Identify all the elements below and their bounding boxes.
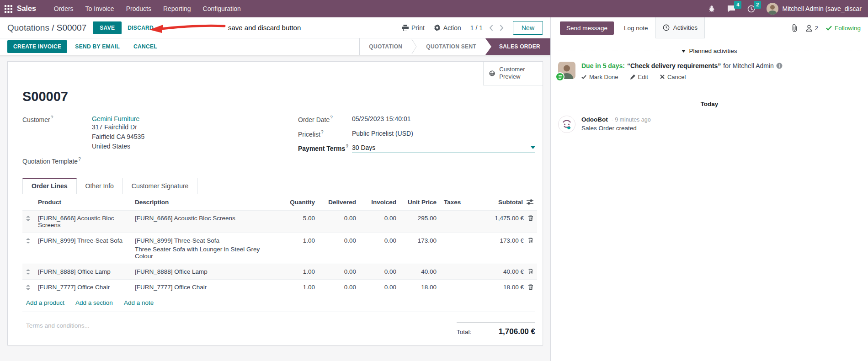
user-avatar[interactable] bbox=[767, 3, 778, 15]
order-line-row[interactable]: [FURN_6666] Acoustic Bloc Screens [FURN_… bbox=[22, 210, 537, 233]
status-quotation[interactable]: QUOTATION bbox=[360, 38, 411, 55]
nav-menu-reporting[interactable]: Reporting bbox=[157, 0, 197, 17]
cell-product[interactable]: [FURN_7777] Office Chair bbox=[34, 279, 131, 295]
cell-unit-price[interactable]: 40.00 bbox=[400, 264, 440, 279]
info-icon[interactable] bbox=[776, 63, 783, 69]
cell-description[interactable]: [FURN_8999] Three-Seat Sofa Three Seater… bbox=[131, 233, 282, 264]
col-delivered[interactable]: Delivered bbox=[319, 194, 360, 211]
cancel-button[interactable]: CANCEL bbox=[128, 40, 163, 53]
nav-menu-orders[interactable]: Orders bbox=[48, 0, 80, 17]
customer-preview-button[interactable]: Customer Preview bbox=[483, 62, 543, 85]
order-date-value[interactable]: 05/25/2023 15:40:01 bbox=[352, 115, 410, 123]
nav-menu-to-invoice[interactable]: To Invoice bbox=[80, 0, 120, 17]
cell-product[interactable]: [FURN_6666] Acoustic Bloc Screens bbox=[34, 210, 131, 233]
planned-activities-toggle[interactable]: Planned activities bbox=[682, 48, 737, 54]
tab-order-lines[interactable]: Order Lines bbox=[22, 178, 77, 194]
cell-invoiced[interactable]: 0.00 bbox=[360, 233, 400, 264]
cell-description[interactable]: [FURN_7777] Office Chair bbox=[131, 279, 282, 295]
cell-description[interactable]: [FURN_8888] Office Lamp bbox=[131, 264, 282, 279]
edit-activity-button[interactable]: Edit bbox=[630, 74, 648, 80]
nav-menu-products[interactable]: Products bbox=[120, 0, 157, 17]
cell-quantity[interactable]: 1.00 bbox=[282, 264, 319, 279]
add-product-link[interactable]: Add a product bbox=[26, 299, 64, 306]
cell-taxes[interactable] bbox=[440, 210, 470, 233]
cell-unit-price[interactable]: 295.00 bbox=[400, 210, 440, 233]
tab-customer-signature[interactable]: Customer Signature bbox=[123, 178, 198, 194]
status-quotation-sent[interactable]: QUOTATION SENT bbox=[417, 38, 485, 55]
col-quantity[interactable]: Quantity bbox=[282, 194, 319, 211]
apps-grid-icon[interactable] bbox=[5, 5, 12, 13]
cell-product[interactable]: [FURN_8888] Office Lamp bbox=[34, 264, 131, 279]
terms-and-conditions-field[interactable]: Terms and conditions... bbox=[26, 322, 90, 336]
pager-next-icon[interactable] bbox=[500, 25, 504, 31]
nav-menu-configuration[interactable]: Configuration bbox=[197, 0, 247, 17]
activities-button[interactable]: Activities bbox=[655, 17, 705, 38]
cell-invoiced[interactable]: 0.00 bbox=[360, 210, 400, 233]
messages-icon[interactable]: 4 bbox=[727, 5, 735, 12]
delete-line-icon[interactable] bbox=[528, 237, 533, 244]
cell-quantity[interactable]: 1.00 bbox=[282, 279, 319, 295]
delete-line-icon[interactable] bbox=[528, 284, 533, 290]
activities-clock-icon[interactable]: 2 bbox=[747, 5, 755, 13]
drag-handle-icon[interactable] bbox=[22, 264, 34, 279]
debug-icon[interactable] bbox=[708, 5, 715, 12]
following-button[interactable]: Following bbox=[826, 25, 861, 32]
cell-delivered[interactable]: 0.00 bbox=[319, 210, 360, 233]
cancel-activity-button[interactable]: Cancel bbox=[660, 74, 686, 80]
order-line-row[interactable]: [FURN_8999] Three-Seat Sofa [FURN_8999] … bbox=[22, 233, 537, 264]
col-subtotal[interactable]: Subtotal bbox=[470, 194, 537, 211]
cell-delivered[interactable]: 0.00 bbox=[319, 279, 360, 295]
print-button[interactable]: Print bbox=[402, 24, 425, 32]
col-product[interactable]: Product bbox=[34, 194, 131, 211]
log-note-button[interactable]: Log note bbox=[620, 21, 652, 35]
cell-quantity[interactable]: 1.00 bbox=[282, 233, 319, 264]
customer-name-link[interactable]: Gemini Furniture bbox=[92, 115, 144, 122]
drag-handle-icon[interactable] bbox=[22, 279, 34, 295]
breadcrumb-quotations[interactable]: Quotations bbox=[7, 23, 49, 32]
attach-files-button[interactable] bbox=[791, 24, 798, 32]
col-description[interactable]: Description bbox=[131, 194, 282, 211]
action-button[interactable]: Action bbox=[434, 24, 461, 32]
user-name[interactable]: Mitchell Admin (save_discar bbox=[782, 5, 862, 12]
add-note-link[interactable]: Add a note bbox=[124, 299, 154, 306]
app-name[interactable]: Sales bbox=[17, 5, 36, 13]
tab-other-info[interactable]: Other Info bbox=[77, 178, 123, 194]
cell-unit-price[interactable]: 18.00 bbox=[400, 279, 440, 295]
send-message-button[interactable]: Send message bbox=[560, 21, 614, 35]
cell-unit-price[interactable]: 173.00 bbox=[400, 233, 440, 264]
delete-line-icon[interactable] bbox=[528, 215, 533, 221]
pager-previous-icon[interactable] bbox=[489, 25, 493, 31]
cell-delivered[interactable]: 0.00 bbox=[319, 264, 360, 279]
status-sales-order[interactable]: SALES ORDER bbox=[485, 38, 550, 55]
odoobot-avatar[interactable] bbox=[558, 116, 575, 133]
cell-delivered[interactable]: 0.00 bbox=[319, 233, 360, 264]
new-button[interactable]: New bbox=[513, 21, 543, 35]
cell-taxes[interactable] bbox=[440, 279, 470, 295]
discard-button[interactable]: DISCARD bbox=[122, 21, 160, 34]
cell-product[interactable]: [FURN_8999] Three-Seat Sofa bbox=[34, 233, 131, 264]
activity-avatar[interactable] bbox=[558, 62, 575, 79]
send-by-email-button[interactable]: SEND BY EMAIL bbox=[69, 40, 126, 53]
pricelist-value[interactable]: Public Pricelist (USD) bbox=[352, 130, 413, 138]
order-line-row[interactable]: [FURN_8888] Office Lamp [FURN_8888] Offi… bbox=[22, 264, 537, 279]
message-author[interactable]: OdooBot bbox=[581, 116, 608, 123]
save-button[interactable]: SAVE bbox=[93, 21, 122, 34]
cell-invoiced[interactable]: 0.00 bbox=[360, 279, 400, 295]
cell-invoiced[interactable]: 0.00 bbox=[360, 264, 400, 279]
add-section-link[interactable]: Add a section bbox=[75, 299, 113, 306]
cell-taxes[interactable] bbox=[440, 233, 470, 264]
cell-taxes[interactable] bbox=[440, 264, 470, 279]
create-invoice-button[interactable]: CREATE INVOICE bbox=[7, 40, 67, 53]
cell-quantity[interactable]: 5.00 bbox=[282, 210, 319, 233]
drag-handle-icon[interactable] bbox=[22, 210, 34, 233]
payment-terms-input[interactable]: 30 Days bbox=[352, 144, 535, 153]
col-unit-price[interactable]: Unit Price bbox=[400, 194, 440, 211]
col-taxes[interactable]: Taxes bbox=[440, 194, 470, 211]
col-invoiced[interactable]: Invoiced bbox=[360, 194, 400, 211]
cell-description[interactable]: [FURN_6666] Acoustic Bloc Screens bbox=[131, 210, 282, 233]
drag-handle-icon[interactable] bbox=[22, 233, 34, 264]
order-line-row[interactable]: [FURN_7777] Office Chair [FURN_7777] Off… bbox=[22, 279, 537, 295]
followers-button[interactable]: 2 bbox=[806, 25, 818, 32]
mark-done-button[interactable]: Mark Done bbox=[581, 74, 618, 80]
dropdown-caret-icon[interactable] bbox=[531, 146, 535, 149]
